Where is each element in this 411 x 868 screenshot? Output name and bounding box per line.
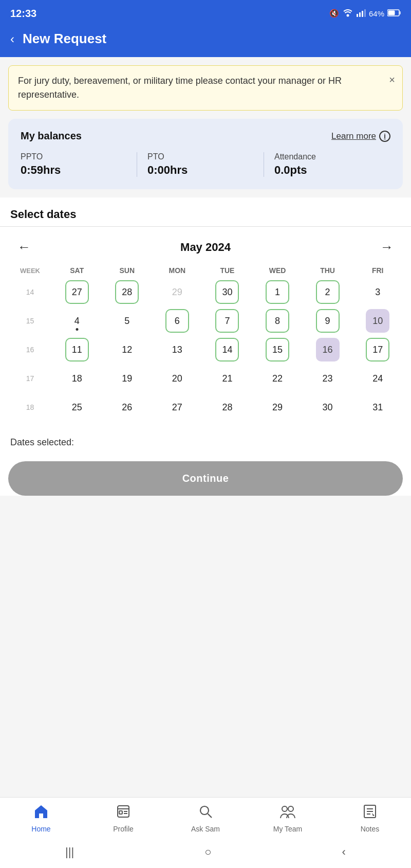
svg-rect-7 [388,10,395,15]
profile-label: Profile [113,825,134,833]
back-button[interactable]: ‹ [10,32,14,46]
header: ‹ New Request [0,26,411,57]
calendar-day-cell: 9 [303,306,353,335]
nav-tab-notes[interactable]: Notes [349,804,390,833]
calendar-day[interactable]: 4 [65,309,89,333]
calendar-day-cell: 20 [152,364,202,393]
nav-tab-home[interactable]: Home [21,804,62,833]
calendar-day[interactable]: 12 [115,338,139,361]
calendar-day[interactable]: 17 [366,338,389,361]
nav-tab-ask-sam[interactable]: Ask Sam [185,804,226,833]
calendar-day[interactable]: 13 [165,338,189,361]
wifi-icon [342,8,353,19]
calendar-nav: ← May 2024 → [8,235,403,263]
calendar-day-cell: 5 [102,306,153,335]
battery-text: 64% [369,9,384,18]
calendar-day-cell: 22 [252,364,303,393]
calendar-day[interactable]: 30 [316,395,340,419]
calendar-day[interactable]: 16 [316,338,340,361]
bottom-nav: Home Profile Ask Sam [0,797,411,868]
svg-rect-10 [119,811,122,814]
page-title: New Request [23,31,106,47]
calendar-day[interactable]: 21 [215,367,239,390]
calendar-day[interactable]: 28 [115,280,139,304]
calendar-day-cell: 2 [303,278,353,306]
status-bar: 12:33 🔇 64% [0,0,411,26]
notes-icon [362,804,378,823]
calendar-day-cell: 18 [52,364,102,393]
ppto-value: 0:59hrs [21,164,126,177]
dates-selected-label: Dates selected: [10,437,74,447]
calendar-day[interactable]: 28 [215,395,239,419]
week-number: 14 [8,278,52,306]
calendar-day[interactable]: 19 [115,367,139,390]
home-system-icon[interactable]: ○ [204,845,211,859]
col-header-fri: FRI [352,263,403,278]
calendar-day-cell: 1 [252,278,303,306]
calendar-day-cell: 17 [352,335,403,364]
calendar-day-cell: 31 [352,393,403,422]
calendar-day[interactable]: 22 [266,367,289,390]
calendar-day[interactable]: 20 [165,367,189,390]
calendar-day[interactable]: 26 [115,395,139,419]
calendar-day[interactable]: 1 [266,280,289,304]
calendar-day[interactable]: 14 [215,338,239,361]
alert-close-button[interactable]: × [389,72,395,87]
svg-point-0 [346,14,349,16]
calendar-day-cell: 30 [202,278,253,306]
calendar-day[interactable]: 8 [266,309,289,333]
signal-icon [357,9,366,19]
calendar-day[interactable]: 2 [316,280,340,304]
col-header-sat: SAT [52,263,102,278]
calendar-day-cell: 6 [152,306,202,335]
next-month-button[interactable]: → [375,239,399,255]
calendar-day[interactable]: 9 [316,309,340,333]
calendar-day-cell: 25 [52,393,102,422]
calendar-day-cell: 28 [202,393,253,422]
svg-point-15 [282,806,287,811]
balance-pto: PTO 0:00hrs [137,152,264,177]
week-number: 15 [8,306,52,335]
svg-rect-2 [359,12,361,17]
calendar-day-cell: 21 [202,364,253,393]
calendar-day[interactable]: 10 [366,309,389,333]
calendar-day[interactable]: 24 [366,367,389,390]
svg-rect-6 [400,11,401,14]
back-system-icon[interactable]: ‹ [342,845,346,859]
calendar-day[interactable]: 25 [65,395,89,419]
calendar-day[interactable]: 7 [215,309,239,333]
calendar-day-cell: 26 [102,393,153,422]
calendar-day[interactable]: 29 [165,280,189,304]
calendar-day[interactable]: 31 [366,395,389,419]
calendar-day[interactable]: 3 [366,280,389,304]
battery-icon [387,9,401,18]
calendar-day[interactable]: 15 [266,338,289,361]
week-number: 17 [8,364,52,393]
col-header-sun: SUN [102,263,153,278]
calendar-month-year: May 2024 [180,241,231,254]
calendar-day-cell: 3 [352,278,403,306]
calendar-day-cell: 24 [352,364,403,393]
status-time: 12:33 [10,8,36,20]
nav-tabs: Home Profile Ask Sam [0,798,411,838]
calendar-day[interactable]: 23 [316,367,340,390]
continue-button[interactable]: Continue [8,461,403,496]
calendar-day[interactable]: 11 [65,338,89,361]
calendar-day[interactable]: 30 [215,280,239,304]
status-icons: 🔇 64% [329,8,401,19]
recent-apps-icon[interactable]: ||| [65,845,74,859]
learn-more-link[interactable]: Learn more i [331,131,390,142]
calendar-day-cell: 30 [303,393,353,422]
calendar-day[interactable]: 27 [65,280,89,304]
calendar-day[interactable]: 5 [115,309,139,333]
calendar-day[interactable]: 6 [165,309,189,333]
prev-month-button[interactable]: ← [12,239,36,255]
calendar-day-cell: 12 [102,335,153,364]
calendar-day[interactable]: 27 [165,395,189,419]
alert-message: For jury duty, bereavement, or military … [18,76,342,100]
calendar-day[interactable]: 18 [65,367,89,390]
calendar-day[interactable]: 29 [266,395,289,419]
svg-point-13 [200,806,209,815]
nav-tab-my-team[interactable]: My Team [267,804,308,833]
nav-tab-profile[interactable]: Profile [103,804,144,833]
